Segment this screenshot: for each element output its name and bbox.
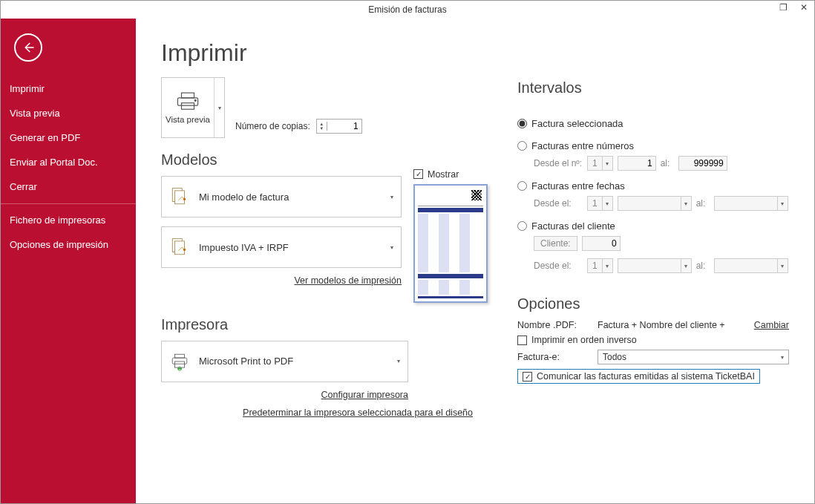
svg-rect-1: [177, 98, 197, 105]
window-close-button[interactable]: ✕: [796, 2, 811, 13]
configurar-impresora-link[interactable]: Configurar impresora: [321, 390, 408, 400]
sidebar-item-fichero-impresoras[interactable]: Fichero de impresoras: [1, 203, 136, 232]
window-title: Emisión de facturas: [368, 4, 446, 15]
opciones-heading: Opciones: [517, 295, 789, 312]
sidebar-item-opciones-impresion[interactable]: Opciones de impresión: [1, 232, 136, 257]
radio-factura-seleccionada[interactable]: Factura seleccionada: [517, 116, 789, 131]
facturae-select[interactable]: Todos▾: [598, 350, 789, 364]
sidebar: Imprimir Vista previa Generar en PDF Env…: [1, 19, 136, 503]
vista-previa-dropdown[interactable]: ▾: [214, 78, 224, 137]
preview-thumbnail[interactable]: [413, 184, 488, 303]
vista-previa-button[interactable]: Vista previa ▾: [161, 77, 225, 138]
printer-select[interactable]: Microsoft Print to PDF ▾: [161, 341, 408, 382]
document-icon: [168, 185, 192, 209]
mostrar-checkbox[interactable]: ✓Mostrar: [413, 169, 459, 180]
copies-input[interactable]: [327, 121, 361, 131]
sidebar-item-generar-pdf[interactable]: Generar en PDF: [1, 125, 136, 150]
cli-hasta-date[interactable]: ▾: [714, 258, 788, 273]
title-bar: Emisión de facturas ❐ ✕: [1, 1, 814, 19]
printer-ready-icon: [168, 350, 192, 373]
document-icon: [168, 235, 192, 259]
svg-rect-14: [178, 367, 182, 369]
svg-point-9: [183, 249, 186, 251]
svg-rect-2: [182, 103, 194, 110]
svg-rect-10: [175, 354, 185, 358]
num-desde-serie[interactable]: 1▾: [587, 156, 613, 171]
back-button[interactable]: [14, 33, 42, 62]
cliente-input[interactable]: [582, 236, 621, 251]
sidebar-item-imprimir[interactable]: Imprimir: [1, 76, 136, 101]
model-impuesto-select[interactable]: Impuesto IVA + IRPF ▾: [161, 226, 402, 268]
sidebar-item-cerrar[interactable]: Cerrar: [1, 174, 136, 199]
copies-label: Número de copias:: [235, 121, 310, 131]
chevron-down-icon: ▾: [397, 358, 400, 364]
sidebar-item-vista-previa[interactable]: Vista previa: [1, 101, 136, 125]
nombre-pdf-value: Factura + Nombre del cliente +: [598, 320, 725, 330]
models-heading: Modelos: [161, 151, 402, 168]
radio-facturas-cliente[interactable]: Facturas del cliente: [517, 218, 789, 233]
chevron-down-icon: ▾: [390, 244, 393, 251]
printer-icon: [175, 91, 200, 112]
ticketbai-checkbox[interactable]: ✓Comunicar las facturas emitidas al sist…: [523, 371, 755, 382]
chevron-down-icon: ▾: [390, 194, 393, 200]
cli-desde-date[interactable]: ▾: [618, 258, 692, 273]
model-de-factura-select[interactable]: Mi modelo de factura ▾: [161, 176, 402, 217]
fecha-desde-date[interactable]: ▾: [618, 196, 692, 211]
copies-down[interactable]: ▼: [317, 126, 327, 131]
svg-point-6: [183, 198, 186, 200]
cambiar-link[interactable]: Cambiar: [754, 320, 789, 330]
fecha-hasta-date[interactable]: ▾: [714, 196, 788, 211]
svg-point-3: [194, 99, 196, 101]
num-hasta-input[interactable]: [678, 156, 727, 171]
radio-facturas-fechas[interactable]: Facturas entre fechas: [517, 178, 789, 193]
num-desde-input[interactable]: [618, 156, 656, 171]
facturae-label: Factura-e:: [517, 352, 592, 362]
intervalos-heading: Intervalos: [517, 79, 789, 96]
nombre-pdf-label: Nombre .PDF:: [517, 320, 592, 330]
predeterminar-impresora-link[interactable]: Predeterminar la impresora seleccionada …: [243, 408, 473, 418]
svg-rect-0: [182, 93, 194, 98]
page-title: Imprimir: [161, 39, 488, 67]
orden-inverso-checkbox[interactable]: Imprimir en orden inverso: [517, 335, 637, 345]
ver-modelos-link[interactable]: Ver modelos de impresión: [294, 275, 402, 286]
sidebar-item-enviar-portal[interactable]: Enviar al Portal Doc.: [1, 150, 136, 174]
printer-heading: Impresora: [161, 316, 488, 333]
window-restore-button[interactable]: ❐: [776, 2, 791, 13]
copies-spinner[interactable]: ▲▼: [316, 119, 362, 134]
fecha-desde-serie[interactable]: 1▾: [587, 196, 613, 211]
radio-facturas-numeros[interactable]: Facturas entre números: [517, 138, 789, 153]
cli-desde-serie[interactable]: 1▾: [587, 258, 613, 273]
